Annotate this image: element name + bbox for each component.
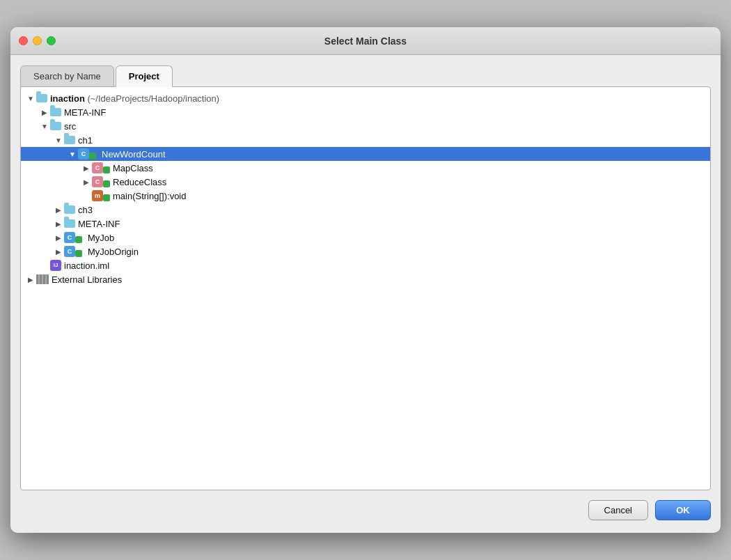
tree-panel[interactable]: inaction (~/IdeaProjects/Hadoop/inaction… bbox=[20, 86, 711, 490]
tree-toggle-arrow[interactable] bbox=[39, 120, 50, 132]
tree-item-myjob-origin[interactable]: CMyJobOrigin bbox=[21, 244, 710, 258]
tree-item-label: NewWordCount bbox=[102, 149, 166, 160]
tree-toggle-arrow[interactable] bbox=[81, 162, 92, 173]
method-icon: m bbox=[92, 190, 103, 201]
tree-item-label: MyJobOrigin bbox=[88, 247, 139, 257]
window-body: Search by Name Project inaction (~/IdeaP… bbox=[10, 55, 721, 533]
class-pink-icon: C bbox=[92, 162, 103, 173]
minimize-button[interactable] bbox=[33, 36, 42, 45]
public-badge-icon bbox=[75, 250, 82, 257]
tree-item-label: MyJob bbox=[88, 233, 114, 243]
tree-item-label: ch1 bbox=[78, 135, 93, 146]
tree-item-label: MapClass bbox=[113, 163, 153, 173]
traffic-lights bbox=[19, 36, 56, 45]
class-c-icon: C bbox=[64, 232, 75, 243]
public-badge-icon bbox=[103, 194, 110, 201]
tree-item-main-method[interactable]: mmain(String[]):void bbox=[21, 189, 710, 203]
tree-toggle-arrow[interactable] bbox=[53, 232, 64, 243]
tree-item-meta-inf-1[interactable]: META-INF bbox=[21, 105, 710, 119]
public-badge-icon bbox=[103, 180, 110, 187]
buttons-area: Cancel OK bbox=[20, 490, 711, 523]
tree-toggle-arrow[interactable] bbox=[25, 93, 36, 104]
tree-item-label: inaction (~/IdeaProjects/Hadoop/inaction… bbox=[50, 93, 219, 104]
tree-toggle-arrow[interactable] bbox=[39, 260, 50, 271]
maximize-button[interactable] bbox=[47, 36, 56, 45]
public-badge-icon bbox=[103, 166, 110, 173]
tree-item-label: ReduceClass bbox=[113, 177, 166, 187]
tree-item-reduce-class[interactable]: CReduceClass bbox=[21, 175, 710, 189]
folder-icon bbox=[50, 108, 61, 116]
tree-item-ch3[interactable]: ch3 bbox=[21, 203, 710, 217]
main-window: Select Main Class Search by Name Project… bbox=[10, 27, 721, 533]
tree-item-src[interactable]: src bbox=[21, 119, 710, 133]
tree-toggle-arrow[interactable] bbox=[53, 134, 64, 146]
tree-toggle-arrow[interactable] bbox=[53, 204, 64, 215]
tree-item-map-class[interactable]: CMapClass bbox=[21, 161, 710, 175]
tree-item-label: main(String[]):void bbox=[113, 191, 186, 201]
tree-item-label: META-INF bbox=[78, 219, 120, 229]
tree-item-path: (~/IdeaProjects/Hadoop/inaction) bbox=[87, 93, 219, 104]
tree-toggle-arrow[interactable] bbox=[53, 218, 64, 229]
tree-item-label: inaction.iml bbox=[64, 260, 109, 271]
tree-item-label: ch3 bbox=[78, 205, 93, 215]
tree-toggle-arrow[interactable] bbox=[53, 246, 64, 257]
tabs-container: Search by Name Project bbox=[20, 65, 711, 86]
tree-item-label: META-INF bbox=[64, 107, 106, 118]
cancel-button[interactable]: Cancel bbox=[588, 500, 648, 520]
ok-button[interactable]: OK bbox=[655, 500, 711, 520]
class-c-icon: C bbox=[78, 148, 89, 160]
public-badge-icon bbox=[75, 236, 82, 243]
folder-icon bbox=[64, 205, 75, 214]
public-badge-icon bbox=[89, 153, 96, 160]
close-button[interactable] bbox=[19, 36, 28, 45]
tree-toggle-arrow[interactable] bbox=[39, 107, 50, 118]
folder-icon bbox=[64, 136, 75, 144]
folder-icon bbox=[50, 122, 61, 130]
tree-item-ch1[interactable]: ch1 bbox=[21, 133, 710, 147]
tree-toggle-arrow[interactable] bbox=[81, 176, 92, 187]
tab-search-by-name[interactable]: Search by Name bbox=[20, 65, 114, 87]
class-c-icon: C bbox=[64, 246, 75, 257]
tree-item-new-word-count[interactable]: CNewWordCount bbox=[21, 147, 710, 161]
libraries-icon bbox=[36, 274, 49, 284]
title-bar: Select Main Class bbox=[10, 27, 721, 55]
tree-toggle-arrow[interactable] bbox=[67, 148, 78, 160]
tree-item-inaction-root[interactable]: inaction (~/IdeaProjects/Hadoop/inaction… bbox=[21, 91, 710, 105]
class-pink-icon: C bbox=[92, 176, 103, 187]
tab-project[interactable]: Project bbox=[116, 65, 173, 87]
tree-item-external-libraries[interactable]: External Libraries bbox=[21, 272, 710, 286]
iml-icon: IJ bbox=[50, 260, 61, 271]
tree-item-label: External Libraries bbox=[52, 274, 122, 285]
folder-icon bbox=[64, 219, 75, 228]
tree-toggle-arrow[interactable] bbox=[81, 190, 92, 201]
tree-item-myjob[interactable]: CMyJob bbox=[21, 231, 710, 244]
folder-icon bbox=[36, 94, 47, 102]
tree-toggle-arrow[interactable] bbox=[25, 274, 36, 285]
tree-item-inaction-iml[interactable]: IJinaction.iml bbox=[21, 258, 710, 272]
window-title: Select Main Class bbox=[324, 36, 407, 47]
tree-item-label: src bbox=[64, 121, 76, 132]
tree-item-meta-inf-2[interactable]: META-INF bbox=[21, 217, 710, 231]
